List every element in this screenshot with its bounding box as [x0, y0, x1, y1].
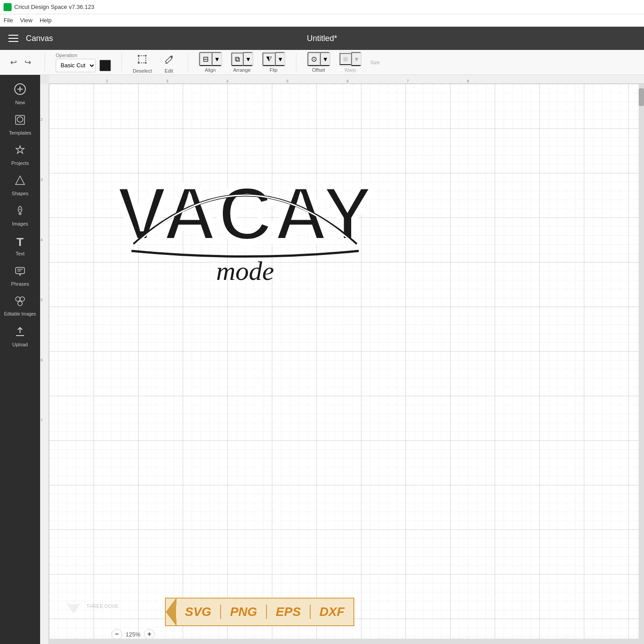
edit-button[interactable]: [161, 51, 177, 67]
separator-4: [296, 53, 296, 71]
color-swatch[interactable]: [99, 60, 111, 71]
size-group: Size: [370, 60, 380, 65]
operation-select[interactable]: Basic Cut: [56, 59, 96, 72]
project-title: Untitled*: [307, 34, 337, 43]
flip-button[interactable]: ⧨: [263, 53, 275, 66]
svg-point-3: [138, 62, 139, 64]
format-dxf: DXF: [311, 605, 353, 619]
edit-group: Edit: [161, 51, 177, 74]
menu-view[interactable]: View: [20, 17, 33, 24]
sidebar-item-editable-images-label: Editable Images: [4, 312, 36, 317]
svg-rect-0: [139, 56, 146, 63]
svg-point-20: [18, 301, 22, 306]
deselect-icon: [137, 54, 147, 64]
format-png: PNG: [221, 605, 267, 619]
flip-dropdown-button[interactable]: ▾: [275, 52, 285, 66]
zoom-in-button[interactable]: +: [144, 629, 155, 640]
deselect-label: Deselect: [133, 68, 152, 74]
watermark-bird-icon: [62, 595, 85, 617]
zoom-out-button[interactable]: −: [111, 629, 122, 640]
sidebar-item-editable-images[interactable]: Editable Images: [2, 291, 38, 321]
sidebar-item-phrases[interactable]: Phrases: [2, 261, 38, 291]
menu-help[interactable]: Help: [40, 17, 52, 24]
svg-rect-15: [16, 267, 25, 274]
canvas-grid: VACAY VACAY VACAY: [49, 84, 644, 644]
sidebar-item-images[interactable]: Images: [2, 201, 38, 231]
upload-icon: [14, 326, 26, 340]
sidebar-item-shapes[interactable]: Shapes: [2, 170, 38, 201]
arrange-dropdown-button[interactable]: ▾: [243, 52, 253, 66]
hamburger-line-2: [8, 38, 18, 39]
mode-text: mode: [216, 256, 274, 286]
align-dropdown-button[interactable]: ▾: [212, 52, 222, 66]
top-toolbar: Canvas Untitled*: [0, 27, 644, 50]
align-left-button[interactable]: ⊟: [199, 52, 212, 66]
separator-3: [188, 53, 188, 71]
warp-button[interactable]: ⊞: [340, 53, 351, 65]
hamburger-line-1: [8, 35, 18, 36]
hamburger-button[interactable]: [5, 30, 21, 46]
warp-label: Warp: [345, 67, 356, 73]
offset-dropdown-button[interactable]: ▾: [320, 52, 330, 66]
app-title: Cricut Design Space: [14, 4, 67, 10]
vacay-svg: VACAY VACAY VACAY: [107, 137, 383, 307]
title-bar: Cricut Design Space v7.36.123: [0, 0, 644, 14]
sidebar-item-projects-label: Projects: [11, 160, 29, 166]
ruler-vtick-2: 2: [41, 117, 43, 122]
sidebar-item-upload-label: Upload: [12, 342, 28, 347]
arrange-label: Arrange: [233, 67, 250, 73]
new-icon: [14, 83, 26, 98]
redo-button[interactable]: ↪: [21, 56, 34, 69]
sidebar-item-text[interactable]: T Text: [2, 231, 38, 261]
editable-images-icon: [14, 295, 26, 310]
canvas-area[interactable]: 2 3 4 5 6 7 8 2 3 4 5 6 7: [40, 75, 644, 644]
arrange-buttons: ⧉ ▾: [231, 52, 253, 66]
offset-group: ⊙ ▾ Offset: [307, 52, 330, 73]
offset-button[interactable]: ⊙: [308, 52, 320, 66]
banner-inner: SVG PNG EPS DXF: [176, 605, 353, 619]
deselect-button[interactable]: [134, 51, 150, 67]
svg-point-14: [20, 209, 21, 210]
sidebar-item-new[interactable]: New: [2, 78, 38, 110]
watermark: THREE DOVE: [62, 595, 119, 617]
svg-marker-10: [16, 176, 25, 185]
format-banner: SVG PNG EPS DXF: [165, 598, 354, 626]
warp-dropdown-button[interactable]: ▾: [351, 52, 361, 66]
menu-file[interactable]: File: [4, 17, 13, 24]
menu-bar: File View Help: [0, 14, 644, 27]
text-icon: T: [16, 235, 24, 249]
templates-icon: [14, 114, 26, 128]
svg-point-1: [138, 55, 139, 57]
arrange-button[interactable]: ⧉: [231, 53, 243, 66]
images-icon: [14, 205, 26, 219]
sidebar-item-templates[interactable]: Templates: [2, 110, 38, 140]
svg-point-4: [145, 62, 147, 64]
shapes-icon: [14, 175, 26, 189]
scroll-bar-vertical[interactable]: [639, 84, 644, 644]
undo-button[interactable]: ↩: [7, 56, 20, 69]
ruler-tick-5: 5: [286, 79, 288, 83]
secondary-toolbar: ↩ ↪ Operation Basic Cut Deselect: [0, 50, 644, 75]
operation-group: Basic Cut: [56, 59, 111, 72]
arrange-group: ⧉ ▾ Arrange: [231, 52, 253, 73]
format-svg: SVG: [176, 605, 221, 619]
scroll-thumb-vertical[interactable]: [639, 88, 644, 106]
main-layout: New Templates Projects Shapes Images: [0, 75, 644, 644]
sidebar-item-images-label: Images: [12, 221, 28, 226]
flip-group: ⧨ ▾ Flip: [262, 52, 285, 73]
edit-label: Edit: [164, 68, 173, 74]
phrases-icon: [14, 265, 26, 279]
sidebar-item-templates-label: Templates: [9, 130, 31, 135]
scroll-bar-horizontal[interactable]: [49, 639, 639, 644]
offset-label: Offset: [312, 67, 325, 73]
align-buttons: ⊟ ▾: [199, 52, 222, 66]
app-icon: [4, 3, 12, 11]
sidebar-item-projects[interactable]: Projects: [2, 140, 38, 170]
ruler-tick-7: 7: [406, 79, 409, 83]
format-eps: EPS: [267, 605, 311, 619]
ruler-tick-8: 8: [467, 79, 469, 83]
projects-icon: [14, 144, 26, 159]
ruler-vtick-5: 5: [41, 298, 43, 302]
vacay-design: VACAY VACAY VACAY: [107, 137, 383, 324]
sidebar-item-upload[interactable]: Upload: [2, 321, 38, 352]
